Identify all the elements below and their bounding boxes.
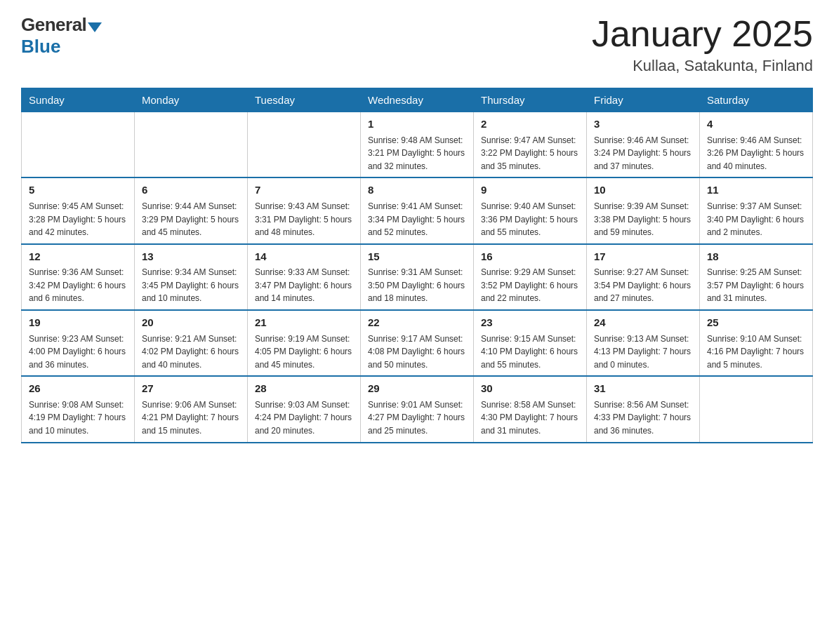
calendar-cell: 11Sunrise: 9:37 AM Sunset: 3:40 PM Dayli…: [700, 177, 813, 243]
day-number: 20: [142, 315, 240, 331]
day-info: Sunrise: 9:34 AM Sunset: 3:45 PM Dayligh…: [142, 266, 240, 305]
day-number: 26: [29, 381, 127, 397]
week-row-2: 5Sunrise: 9:45 AM Sunset: 3:28 PM Daylig…: [22, 177, 813, 243]
day-info: Sunrise: 8:58 AM Sunset: 4:30 PM Dayligh…: [481, 398, 579, 438]
day-number: 29: [368, 381, 466, 397]
logo-arrow-icon: [88, 22, 102, 32]
day-header-sunday: Sunday: [22, 88, 135, 112]
calendar-cell: 14Sunrise: 9:33 AM Sunset: 3:47 PM Dayli…: [248, 244, 361, 310]
day-header-tuesday: Tuesday: [248, 88, 361, 112]
calendar-cell: [248, 112, 361, 178]
location-title: Kullaa, Satakunta, Finland: [592, 57, 813, 75]
day-number: 13: [142, 249, 240, 265]
day-number: 16: [481, 249, 579, 265]
calendar-body: 1Sunrise: 9:48 AM Sunset: 3:21 PM Daylig…: [22, 112, 813, 443]
calendar-cell: 24Sunrise: 9:13 AM Sunset: 4:13 PM Dayli…: [587, 310, 700, 376]
day-info: Sunrise: 9:27 AM Sunset: 3:54 PM Dayligh…: [594, 266, 692, 305]
calendar-cell: 31Sunrise: 8:56 AM Sunset: 4:33 PM Dayli…: [587, 376, 700, 442]
calendar-cell: 29Sunrise: 9:01 AM Sunset: 4:27 PM Dayli…: [361, 376, 474, 442]
logo: General Blue: [21, 14, 102, 58]
day-number: 7: [255, 182, 353, 199]
day-info: Sunrise: 9:40 AM Sunset: 3:36 PM Dayligh…: [481, 200, 579, 239]
title-block: January 2025 Kullaa, Satakunta, Finland: [592, 14, 813, 75]
day-info: Sunrise: 9:06 AM Sunset: 4:21 PM Dayligh…: [142, 398, 240, 438]
logo-general-text: General: [21, 14, 86, 36]
calendar-cell: 9Sunrise: 9:40 AM Sunset: 3:36 PM Daylig…: [474, 177, 587, 243]
day-info: Sunrise: 9:08 AM Sunset: 4:19 PM Dayligh…: [29, 398, 127, 438]
calendar-cell: 15Sunrise: 9:31 AM Sunset: 3:50 PM Dayli…: [361, 244, 474, 310]
day-number: 12: [29, 249, 127, 265]
calendar-cell: 7Sunrise: 9:43 AM Sunset: 3:31 PM Daylig…: [248, 177, 361, 243]
day-number: 10: [594, 182, 692, 199]
calendar-header: SundayMondayTuesdayWednesdayThursdayFrid…: [22, 88, 813, 112]
day-header-monday: Monday: [135, 88, 248, 112]
day-info: Sunrise: 9:21 AM Sunset: 4:02 PM Dayligh…: [142, 333, 240, 372]
calendar-cell: [700, 376, 813, 442]
calendar-cell: 2Sunrise: 9:47 AM Sunset: 3:22 PM Daylig…: [474, 112, 587, 178]
day-info: Sunrise: 9:31 AM Sunset: 3:50 PM Dayligh…: [368, 266, 466, 305]
calendar-cell: 21Sunrise: 9:19 AM Sunset: 4:05 PM Dayli…: [248, 310, 361, 376]
day-info: Sunrise: 9:01 AM Sunset: 4:27 PM Dayligh…: [368, 398, 466, 438]
day-number: 5: [29, 182, 127, 199]
day-number: 28: [255, 381, 353, 397]
day-info: Sunrise: 9:41 AM Sunset: 3:34 PM Dayligh…: [368, 200, 466, 239]
day-number: 24: [594, 315, 692, 331]
day-number: 22: [368, 315, 466, 331]
week-row-1: 1Sunrise: 9:48 AM Sunset: 3:21 PM Daylig…: [22, 112, 813, 178]
day-info: Sunrise: 9:17 AM Sunset: 4:08 PM Dayligh…: [368, 333, 466, 372]
day-number: 6: [142, 182, 240, 199]
day-info: Sunrise: 9:15 AM Sunset: 4:10 PM Dayligh…: [481, 333, 579, 372]
calendar-cell: [22, 112, 135, 178]
day-info: Sunrise: 9:19 AM Sunset: 4:05 PM Dayligh…: [255, 333, 353, 372]
day-number: 27: [142, 381, 240, 397]
day-number: 2: [481, 116, 579, 133]
day-number: 4: [707, 116, 805, 133]
day-info: Sunrise: 9:37 AM Sunset: 3:40 PM Dayligh…: [707, 200, 805, 239]
day-number: 3: [594, 116, 692, 133]
day-number: 11: [707, 182, 805, 199]
day-info: Sunrise: 9:47 AM Sunset: 3:22 PM Dayligh…: [481, 134, 579, 173]
day-header-thursday: Thursday: [474, 88, 587, 112]
calendar-cell: 5Sunrise: 9:45 AM Sunset: 3:28 PM Daylig…: [22, 177, 135, 243]
day-number: 23: [481, 315, 579, 331]
day-number: 9: [481, 182, 579, 199]
calendar-cell: 23Sunrise: 9:15 AM Sunset: 4:10 PM Dayli…: [474, 310, 587, 376]
day-number: 31: [594, 381, 692, 397]
day-info: Sunrise: 9:29 AM Sunset: 3:52 PM Dayligh…: [481, 266, 579, 305]
day-headers-row: SundayMondayTuesdayWednesdayThursdayFrid…: [22, 88, 813, 112]
calendar-cell: 4Sunrise: 9:46 AM Sunset: 3:26 PM Daylig…: [700, 112, 813, 178]
calendar-cell: 12Sunrise: 9:36 AM Sunset: 3:42 PM Dayli…: [22, 244, 135, 310]
calendar-cell: 25Sunrise: 9:10 AM Sunset: 4:16 PM Dayli…: [700, 310, 813, 376]
day-info: Sunrise: 9:25 AM Sunset: 3:57 PM Dayligh…: [707, 266, 805, 305]
day-number: 17: [594, 249, 692, 265]
calendar-cell: 8Sunrise: 9:41 AM Sunset: 3:34 PM Daylig…: [361, 177, 474, 243]
day-info: Sunrise: 9:10 AM Sunset: 4:16 PM Dayligh…: [707, 333, 805, 372]
day-info: Sunrise: 9:13 AM Sunset: 4:13 PM Dayligh…: [594, 333, 692, 372]
week-row-5: 26Sunrise: 9:08 AM Sunset: 4:19 PM Dayli…: [22, 376, 813, 442]
calendar-cell: 17Sunrise: 9:27 AM Sunset: 3:54 PM Dayli…: [587, 244, 700, 310]
day-header-saturday: Saturday: [700, 88, 813, 112]
day-info: Sunrise: 9:36 AM Sunset: 3:42 PM Dayligh…: [29, 266, 127, 305]
month-title: January 2025: [592, 14, 813, 54]
day-info: Sunrise: 9:44 AM Sunset: 3:29 PM Dayligh…: [142, 200, 240, 239]
week-row-4: 19Sunrise: 9:23 AM Sunset: 4:00 PM Dayli…: [22, 310, 813, 376]
day-header-friday: Friday: [587, 88, 700, 112]
day-header-wednesday: Wednesday: [361, 88, 474, 112]
day-number: 30: [481, 381, 579, 397]
calendar-cell: 6Sunrise: 9:44 AM Sunset: 3:29 PM Daylig…: [135, 177, 248, 243]
day-number: 25: [707, 315, 805, 331]
calendar-table: SundayMondayTuesdayWednesdayThursdayFrid…: [21, 88, 813, 443]
day-info: Sunrise: 9:03 AM Sunset: 4:24 PM Dayligh…: [255, 398, 353, 438]
day-number: 15: [368, 249, 466, 265]
day-info: Sunrise: 9:45 AM Sunset: 3:28 PM Dayligh…: [29, 200, 127, 239]
logo-blue-text: Blue: [21, 36, 60, 58]
calendar-cell: 18Sunrise: 9:25 AM Sunset: 3:57 PM Dayli…: [700, 244, 813, 310]
day-number: 8: [368, 182, 466, 199]
day-number: 19: [29, 315, 127, 331]
day-number: 1: [368, 116, 466, 133]
calendar-cell: 13Sunrise: 9:34 AM Sunset: 3:45 PM Dayli…: [135, 244, 248, 310]
calendar-cell: 3Sunrise: 9:46 AM Sunset: 3:24 PM Daylig…: [587, 112, 700, 178]
day-info: Sunrise: 9:48 AM Sunset: 3:21 PM Dayligh…: [368, 134, 466, 173]
week-row-3: 12Sunrise: 9:36 AM Sunset: 3:42 PM Dayli…: [22, 244, 813, 310]
calendar-cell: 20Sunrise: 9:21 AM Sunset: 4:02 PM Dayli…: [135, 310, 248, 376]
